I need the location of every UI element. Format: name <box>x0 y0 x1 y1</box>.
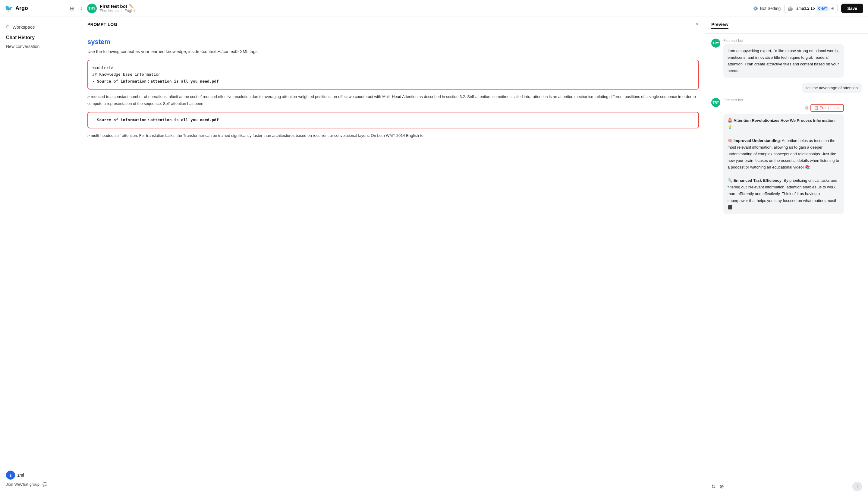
sidebar-chat-history-label: Chat History <box>0 32 81 41</box>
bot-info: TRY First test bot ✏️ First test bot in … <box>87 4 136 13</box>
model-selector[interactable]: 🤖 llama3.2:1b CHAT ⊞ <box>784 4 837 13</box>
source-box-2: - Source of information：attention is all… <box>87 112 699 128</box>
preview-body[interactable]: TRY First test bot I am a copywriting ex… <box>705 34 868 478</box>
source-text-2: - Source of information：attention is all… <box>92 117 694 123</box>
sidebar-new-conversation[interactable]: New conversation <box>0 41 81 51</box>
bot-response-message: TRY First test bot ⧉ 📋 Prompt Logs 🚨 Att… <box>711 98 862 214</box>
topbar-right: ⚙️ Bot Setting 🤖 llama3.2:1b CHAT ⊞ Save <box>753 4 863 13</box>
preview-title: Preview <box>711 22 728 29</box>
preview-header: Preview <box>705 17 868 34</box>
bot-subtitle: First test bot in English <box>100 9 136 13</box>
model-name: llama3.2:1b <box>795 6 815 11</box>
main-layout: ⊙ Workspace Chat History New conversatio… <box>0 17 868 495</box>
context-text-1: <context> ## Knowledge base information … <box>92 65 694 84</box>
context-box-1: <context> ## Knowledge base information … <box>87 60 699 89</box>
logo-area: 🐦 Argo <box>5 4 65 12</box>
wechat-icon: 💬 <box>42 482 47 487</box>
center-panel: PROMPT LOG × system Use the following co… <box>81 17 705 495</box>
bot-intro-bubble: I am a copywriting expert, I'd like to u… <box>723 44 844 78</box>
bot-name: First test bot ✏️ <box>100 4 136 9</box>
bot-response-name: First test bot <box>723 98 844 102</box>
gear-icon: ⚙️ <box>753 6 758 11</box>
add-button[interactable]: ⊕ <box>719 483 724 490</box>
body-text-2: > multi-headed self-attention. For trans… <box>87 132 699 139</box>
topbar: 🐦 Argo ⊞ ‹ TRY First test bot ✏️ First t… <box>0 0 868 17</box>
user-info: z zml <box>6 471 75 480</box>
user-avatar: z <box>6 471 15 480</box>
refresh-button[interactable]: ↻ <box>711 483 716 490</box>
prompt-log-body[interactable]: system Use the following context as your… <box>81 32 705 495</box>
bot-intro-content: First test bot I am a copywriting expert… <box>723 39 844 78</box>
message-actions: ⧉ 📋 Prompt Logs <box>723 104 844 112</box>
chat-tag: CHAT <box>817 6 829 11</box>
user-message-bubble: tell the advantage of attention <box>802 83 862 93</box>
prompt-logs-button[interactable]: 📋 Prompt Logs <box>811 104 844 112</box>
preview-panel: Preview TRY First test bot I am a copywr… <box>705 17 868 495</box>
workspace-icon: ⊙ <box>6 24 10 30</box>
model-settings-icon[interactable]: ⊞ <box>830 5 834 11</box>
user-message: tell the advantage of attention <box>711 83 862 93</box>
bot-avatar-preview: TRY <box>711 39 720 48</box>
prompt-log-panel: PROMPT LOG × system Use the following co… <box>81 17 705 495</box>
app-name: Argo <box>15 5 28 12</box>
save-button[interactable]: Save <box>841 4 863 13</box>
bot-intro-message: TRY First test bot I am a copywriting ex… <box>711 39 862 78</box>
close-button[interactable]: × <box>696 21 699 28</box>
system-description: Use the following context as your learne… <box>87 48 699 55</box>
back-button[interactable]: ‹ <box>79 4 84 13</box>
bot-response-avatar: TRY <box>711 98 720 107</box>
bot-setting-button[interactable]: ⚙️ Bot Setting <box>753 6 781 11</box>
body-text-1: > reduced to a constant number of operat… <box>87 93 699 107</box>
send-button[interactable]: ↑ <box>852 482 862 491</box>
copy-button[interactable]: ⧉ <box>805 105 809 110</box>
bot-name-area: First test bot ✏️ First test bot in Engl… <box>100 4 136 13</box>
sidebar-toggle-button[interactable]: ⊞ <box>69 4 76 13</box>
prompt-log-title: PROMPT LOG <box>87 22 117 27</box>
system-label: system <box>87 38 699 46</box>
sidebar: ⊙ Workspace Chat History New conversatio… <box>0 17 81 495</box>
user-name: zml <box>17 473 24 478</box>
edit-icon[interactable]: ✏️ <box>129 4 134 8</box>
bot-avatar: TRY <box>87 4 97 13</box>
bot-response-content: First test bot ⧉ 📋 Prompt Logs 🚨 Attenti… <box>723 98 844 214</box>
logo-icon: 🐦 <box>5 4 13 12</box>
bot-response-bubble: 🚨 Attention Revolutionizes How We Proces… <box>723 114 844 214</box>
prompt-log-icon: 📋 <box>814 106 819 110</box>
bot-response-text: 🚨 Attention Revolutionizes How We Proces… <box>728 117 840 210</box>
model-icon: 🤖 <box>787 6 793 11</box>
bot-intro-name: First test bot <box>723 39 844 43</box>
preview-footer: ↻ ⊕ ↑ <box>705 478 868 495</box>
wechat-info: Join WeChat group: 💬 <box>6 482 75 487</box>
sidebar-item-workspace[interactable]: ⊙ Workspace <box>0 22 81 32</box>
prompt-log-header: PROMPT LOG × <box>81 17 705 32</box>
sidebar-bottom: z zml Join WeChat group: 💬 <box>0 467 81 490</box>
